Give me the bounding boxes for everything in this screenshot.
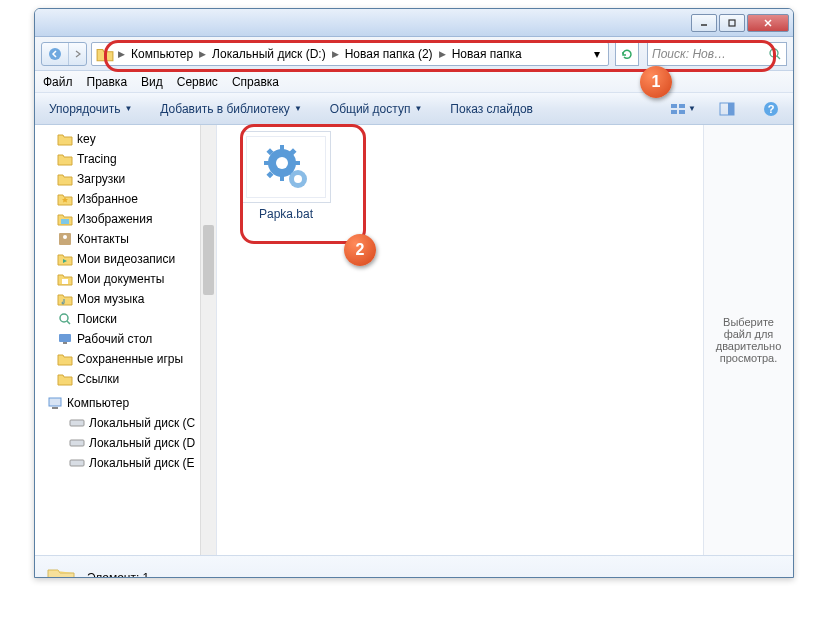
folder-icon bbox=[57, 131, 73, 147]
toolbar: Упорядочить▼ Добавить в библиотеку▼ Общи… bbox=[35, 93, 793, 125]
tree-item[interactable]: Мои документы bbox=[35, 269, 216, 289]
body-area: key Tracing Загрузки Избранное Изображен… bbox=[35, 125, 793, 555]
file-thumbnail bbox=[241, 131, 331, 203]
svg-rect-36 bbox=[289, 148, 296, 155]
music-folder-icon bbox=[57, 291, 73, 307]
svg-rect-21 bbox=[59, 334, 71, 342]
add-library-button[interactable]: Добавить в библиотеку▼ bbox=[154, 99, 307, 119]
breadcrumb-segment[interactable]: Локальный диск (D:) bbox=[208, 47, 330, 61]
svg-rect-24 bbox=[52, 407, 58, 409]
svg-rect-30 bbox=[280, 145, 284, 151]
nav-arrows bbox=[41, 42, 87, 66]
maximize-button[interactable] bbox=[719, 14, 745, 32]
svg-rect-10 bbox=[679, 110, 685, 114]
share-button[interactable]: Общий доступ▼ bbox=[324, 99, 429, 119]
favorites-icon bbox=[57, 191, 73, 207]
tree-item[interactable]: Ссылки bbox=[35, 369, 216, 389]
gear-icon bbox=[260, 141, 312, 193]
close-button[interactable] bbox=[747, 14, 789, 32]
nav-row: ▶ Компьютер ▶ Локальный диск (D:) ▶ Нова… bbox=[35, 37, 793, 71]
menu-view[interactable]: Вид bbox=[141, 75, 163, 89]
contacts-icon bbox=[57, 231, 73, 247]
disk-icon bbox=[69, 415, 85, 431]
svg-rect-12 bbox=[728, 103, 734, 115]
tree-item-drive[interactable]: Локальный диск (D bbox=[35, 433, 216, 453]
tree-item[interactable]: Tracing bbox=[35, 149, 216, 169]
tree-item-drive[interactable]: Локальный диск (E bbox=[35, 453, 216, 473]
content-pane[interactable]: Papka.bat bbox=[217, 125, 703, 555]
back-button[interactable] bbox=[42, 43, 68, 65]
svg-rect-23 bbox=[49, 398, 61, 406]
search-placeholder: Поиск: Нов… bbox=[652, 47, 768, 61]
breadcrumb-segment[interactable]: Новая папка bbox=[448, 47, 526, 61]
tree-item-computer[interactable]: Компьютер bbox=[35, 393, 216, 413]
svg-rect-25 bbox=[70, 420, 84, 426]
file-item[interactable]: Papka.bat bbox=[233, 131, 339, 221]
tree-item[interactable]: Поиски bbox=[35, 309, 216, 329]
refresh-button[interactable] bbox=[615, 42, 639, 66]
tree-item[interactable]: Изображения bbox=[35, 209, 216, 229]
svg-rect-37 bbox=[266, 171, 273, 178]
sidebar: key Tracing Загрузки Избранное Изображен… bbox=[35, 125, 217, 555]
folder-tree: key Tracing Загрузки Избранное Изображен… bbox=[35, 125, 216, 477]
breadcrumb-segment[interactable]: Компьютер bbox=[127, 47, 197, 61]
search-folder-icon bbox=[57, 311, 73, 327]
tree-item[interactable]: Мои видеозаписи bbox=[35, 249, 216, 269]
svg-text:?: ? bbox=[768, 103, 775, 115]
svg-line-20 bbox=[67, 321, 70, 324]
videos-folder-icon bbox=[57, 251, 73, 267]
sidebar-scrollbar[interactable] bbox=[200, 125, 216, 555]
svg-rect-35 bbox=[289, 171, 296, 178]
links-folder-icon bbox=[57, 371, 73, 387]
svg-point-28 bbox=[268, 149, 296, 177]
status-text: Элемент: 1 bbox=[87, 571, 149, 579]
slideshow-button[interactable]: Показ слайдов bbox=[444, 99, 539, 119]
folder-icon bbox=[45, 562, 77, 579]
tree-item[interactable]: Моя музыка bbox=[35, 289, 216, 309]
scroll-thumb[interactable] bbox=[203, 225, 214, 295]
menu-edit[interactable]: Правка bbox=[87, 75, 128, 89]
pictures-folder-icon bbox=[57, 211, 73, 227]
tree-item[interactable]: key bbox=[35, 129, 216, 149]
svg-point-5 bbox=[770, 49, 778, 57]
help-button[interactable]: ? bbox=[757, 97, 785, 121]
search-input[interactable]: Поиск: Нов… bbox=[647, 42, 787, 66]
tree-item[interactable]: Избранное bbox=[35, 189, 216, 209]
view-options-button[interactable]: ▼ bbox=[669, 97, 697, 121]
svg-rect-31 bbox=[280, 175, 284, 181]
address-wrap: ▶ Компьютер ▶ Локальный диск (D:) ▶ Нова… bbox=[91, 42, 609, 66]
svg-rect-27 bbox=[70, 460, 84, 466]
organize-button[interactable]: Упорядочить▼ bbox=[43, 99, 138, 119]
svg-point-4 bbox=[49, 48, 61, 60]
svg-rect-32 bbox=[264, 161, 270, 165]
address-dropdown-icon[interactable]: ▾ bbox=[588, 47, 606, 61]
svg-rect-33 bbox=[294, 161, 300, 165]
address-bar[interactable]: ▶ Компьютер ▶ Локальный диск (D:) ▶ Нова… bbox=[91, 42, 609, 66]
breadcrumb-segment[interactable]: Новая папка (2) bbox=[341, 47, 437, 61]
games-folder-icon bbox=[57, 351, 73, 367]
chevron-right-icon: ▶ bbox=[197, 49, 208, 59]
menu-help[interactable]: Справка bbox=[232, 75, 279, 89]
svg-rect-22 bbox=[63, 342, 67, 344]
tree-item[interactable]: Рабочий стол bbox=[35, 329, 216, 349]
titlebar bbox=[35, 9, 793, 37]
svg-point-39 bbox=[294, 175, 302, 183]
tree-item-drive[interactable]: Локальный диск (C bbox=[35, 413, 216, 433]
preview-pane-button[interactable] bbox=[713, 97, 741, 121]
tree-item[interactable]: Загрузки bbox=[35, 169, 216, 189]
tree-item[interactable]: Контакты bbox=[35, 229, 216, 249]
forward-button[interactable] bbox=[68, 43, 86, 65]
preview-pane: Выберите файл для дварительно просмотра. bbox=[703, 125, 793, 555]
svg-rect-18 bbox=[62, 279, 68, 284]
minimize-button[interactable] bbox=[691, 14, 717, 32]
svg-rect-26 bbox=[70, 440, 84, 446]
menu-tools[interactable]: Сервис bbox=[177, 75, 218, 89]
menu-file[interactable]: Файл bbox=[43, 75, 73, 89]
svg-line-6 bbox=[777, 56, 780, 59]
explorer-window: ▶ Компьютер ▶ Локальный диск (D:) ▶ Нова… bbox=[34, 8, 794, 578]
svg-rect-7 bbox=[671, 104, 677, 108]
svg-rect-8 bbox=[679, 104, 685, 108]
tree-item[interactable]: Сохраненные игры bbox=[35, 349, 216, 369]
chevron-right-icon: ▶ bbox=[330, 49, 341, 59]
chevron-right-icon: ▶ bbox=[437, 49, 448, 59]
